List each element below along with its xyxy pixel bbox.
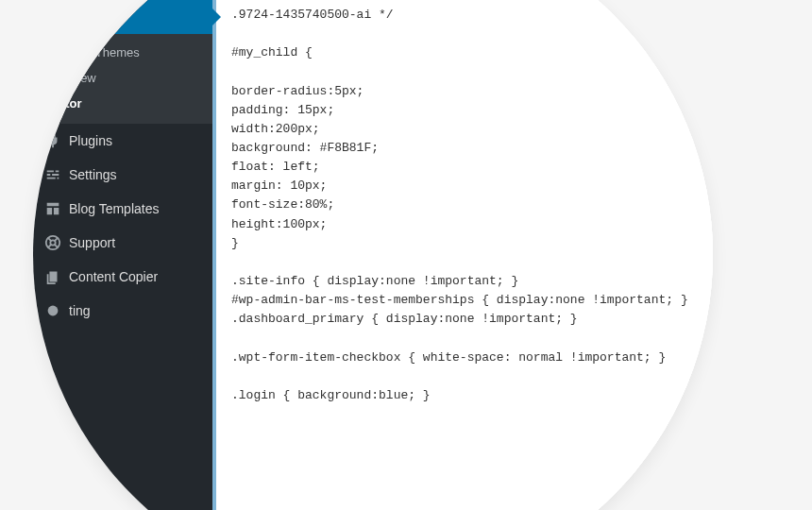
sidebar-item-label: ting	[69, 303, 91, 318]
sidebar-item-label: Themes	[69, 9, 117, 25]
sidebar-item-label: Content Copier	[69, 269, 158, 284]
admin-sidebar: Themes Installed Themes Add New Editor P…	[33, 0, 212, 510]
generic-icon	[44, 302, 61, 319]
editor-focus-border	[212, 0, 216, 510]
submenu-editor[interactable]: Editor	[33, 91, 212, 116]
sidebar-item-label: Support	[69, 235, 115, 250]
sidebar-item-partial[interactable]: ting	[33, 294, 212, 328]
sidebar-item-plugins[interactable]: Plugins	[33, 124, 212, 158]
svg-point-2	[48, 306, 59, 316]
themes-submenu: Installed Themes Add New Editor	[33, 34, 212, 124]
layout-icon	[44, 200, 61, 217]
sidebar-item-content-copier[interactable]: Content Copier	[33, 260, 212, 294]
sidebar-item-blog-templates[interactable]: Blog Templates	[33, 192, 212, 226]
sidebar-item-label: Blog Templates	[69, 201, 159, 216]
sidebar-item-settings[interactable]: Settings	[33, 158, 212, 192]
plug-icon	[44, 132, 61, 149]
sidebar-item-label: Plugins	[69, 133, 112, 148]
sidebar-item-themes[interactable]: Themes	[33, 0, 212, 34]
lifebuoy-icon	[44, 234, 61, 251]
circular-clip: Themes Installed Themes Add New Editor P…	[33, 0, 713, 510]
admin-panel: Themes Installed Themes Add New Editor P…	[33, 0, 713, 510]
sidebar-item-support[interactable]: Support	[33, 226, 212, 260]
sliders-icon	[44, 166, 61, 183]
sidebar-item-label: Settings	[69, 167, 117, 182]
brush-icon	[44, 8, 61, 26]
copy-icon	[44, 268, 61, 285]
submenu-add-new[interactable]: Add New	[33, 65, 212, 91]
submenu-installed-themes[interactable]: Installed Themes	[33, 40, 212, 65]
css-editor-textarea[interactable]	[220, 0, 713, 510]
theme-editor-area	[212, 0, 713, 510]
